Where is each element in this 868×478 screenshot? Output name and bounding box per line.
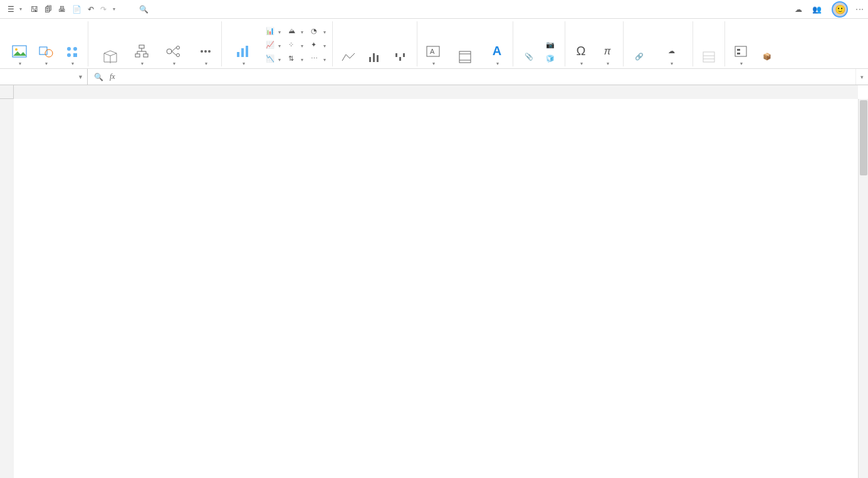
daoke-resource-button[interactable] [93,25,126,66]
sparkline-winloss-button[interactable] [390,25,412,66]
more-dots-icon [197,43,214,60]
equation-button[interactable]: π▾ [597,25,618,66]
pie-chart-mini[interactable]: ◔▾ [310,26,327,39]
box-icon: 📦 [759,49,775,65]
resource-icon [102,49,118,65]
fx-icon[interactable]: fx [110,72,115,81]
scatter-mini-icon: ⁘ [288,41,300,52]
collab-icon: 👥 [812,5,822,14]
slicer-button[interactable] [698,25,719,66]
header-footer-button[interactable] [449,25,481,66]
paperclip-icon: 📎 [521,49,537,65]
svg-point-4 [67,47,71,51]
more-chart-mini[interactable]: ⋯▾ [310,54,327,66]
insert-icon-button[interactable]: ▾ [61,25,83,66]
svg-point-13 [177,53,180,56]
ribbon-group-sparklines [333,21,417,66]
svg-rect-19 [246,46,248,57]
undo-icon[interactable]: ↶ [88,5,94,14]
resource-button[interactable]: 📦 [756,25,778,66]
row-headers [0,99,14,478]
scatter-chart-mini[interactable]: ⁘▾ [287,40,305,53]
insert-picture-button[interactable]: ▾ [9,25,30,66]
stock-chart-mini[interactable]: ⇅▾ [287,54,305,66]
combo-mini-icon: 📉 [266,55,277,66]
camera-button[interactable]: 📷 [545,40,560,53]
omega-icon: Ω [573,43,589,60]
wordart-button[interactable]: A▾ [486,25,508,66]
svg-rect-8 [139,45,144,48]
save-as-icon[interactable]: 🗐 [44,5,52,14]
stock-mini-icon: ⇅ [288,55,300,66]
scrollbar-thumb[interactable] [860,100,867,175]
ribbon-group-charts: ▾ 📊▾ 📈▾ 📉▾ ⛰▾ ⁘▾ ⇅▾ ◔▾ ✦▾ ⋯▾ [222,21,333,66]
svg-rect-20 [369,57,371,62]
name-box-dropdown-icon[interactable]: ▼ [75,74,83,80]
symbol-button[interactable]: Ω▾ [570,25,592,66]
chart-types-stack-2: ⛰▾ ⁘▾ ⇅▾ [287,26,305,66]
redo-icon[interactable]: ↷ [100,5,107,14]
menu-bar: ☰ ▾ 🖫 🗐 🖶 📄 ↶ ↷ ▾ 🔍 ☁ 👥 🙂 ⋮ [0,0,868,19]
object-button[interactable]: 🧊 [545,54,560,66]
combo-chart-mini[interactable]: 📉▾ [264,54,282,66]
svg-rect-18 [241,48,244,57]
zoom-fx-icon[interactable]: 🔍 [94,73,103,81]
ribbon-group-symbols: Ω▾ π▾ [565,21,624,66]
unsaved-indicator[interactable]: ☁ [795,5,805,14]
svg-point-15 [204,50,207,53]
ribbon-group-forms: ▾ 📦 [725,21,783,66]
svg-point-14 [201,50,203,53]
avatar[interactable]: 🙂 [832,1,848,18]
quick-access-toolbar: 🖫 🗐 🖶 📄 ↶ ↷ ▾ [31,5,115,14]
menubar-right: ☁ 👥 🙂 ⋮ [795,1,864,18]
radar-chart-mini[interactable]: ✦▾ [310,40,327,53]
vertical-scrollbar[interactable] [858,99,868,478]
all-charts-button[interactable]: ▾ [227,25,259,66]
search-input[interactable] [151,5,239,14]
formula-bar-expand[interactable]: ▾ [855,69,868,85]
sparkline-line-button[interactable] [338,25,359,66]
wps-cloud-data-button[interactable]: ☁▾ [655,25,688,66]
link-icon: 🔗 [631,49,647,65]
select-all-corner[interactable] [0,85,14,99]
fx-area: 🔍 fx [88,72,855,81]
name-box[interactable] [4,73,75,81]
svg-rect-17 [237,52,239,57]
more-icon[interactable]: ⋮ [855,6,864,13]
command-search[interactable]: 🔍 [139,5,239,14]
shapes-icon [38,43,54,60]
chart-icon [235,43,251,60]
camera-obj-stack: 📷 🧊 [545,40,560,66]
print-preview-icon[interactable]: 📄 [72,5,81,14]
flowchart-button[interactable]: ▾ [131,25,152,66]
line-chart-mini[interactable]: 📈▾ [264,40,282,53]
svg-rect-35 [737,49,740,51]
svg-rect-31 [703,52,714,62]
bar-chart-mini[interactable]: 📊▾ [264,26,282,39]
area-chart-mini[interactable]: ⛰▾ [287,26,305,39]
chart-types-stack-3: ◔▾ ✦▾ ⋯▾ [310,26,327,66]
wordart-icon: A [489,43,505,60]
cells-area[interactable] [14,99,858,478]
svg-rect-9 [135,54,140,57]
form-controls-button[interactable]: ▾ [730,25,751,66]
ribbon-group-illustrations: ▾ ▾ ▾ [4,21,88,66]
svg-rect-24 [399,57,401,61]
insert-shape-button[interactable]: ▾ [35,25,56,66]
hyperlink-button[interactable]: 🔗 [629,25,650,66]
pie-mini-icon: ◔ [311,27,322,38]
picture-icon [11,43,28,60]
attachment-button[interactable]: 📎 [518,25,540,66]
ribbon-group-slicer [693,21,725,66]
qat-more-icon[interactable]: ▾ [113,6,115,12]
collab-button[interactable]: 👥 [812,5,824,14]
save-icon[interactable]: 🖫 [31,5,38,14]
sparkline-bar-button[interactable] [364,25,385,66]
print-icon[interactable]: 🖶 [58,5,66,14]
more-button[interactable]: ▾ [195,25,216,66]
textbox-button[interactable]: A▾ [422,25,444,66]
file-menu[interactable]: ☰ ▾ [4,5,26,14]
formula-bar: ▼ 🔍 fx ▾ [0,69,868,85]
formula-input[interactable] [122,73,849,81]
mindmap-button[interactable]: ▾ [157,25,190,66]
